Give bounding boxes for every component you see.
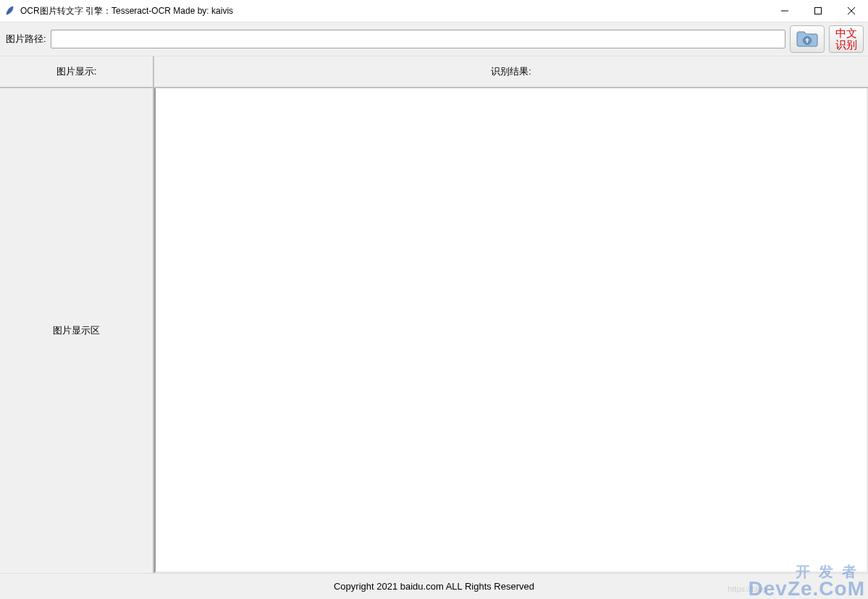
svg-rect-1	[815, 8, 822, 14]
main-area: 图片显示: 图片显示区 识别结果:	[0, 56, 868, 573]
image-display-area: 图片显示区	[0, 88, 153, 573]
open-image-button[interactable]	[790, 25, 825, 53]
result-panel: 识别结果:	[154, 56, 868, 573]
close-button[interactable]	[835, 0, 868, 22]
result-text-area[interactable]	[154, 88, 868, 573]
maximize-button[interactable]	[801, 0, 835, 22]
result-header: 识别结果:	[154, 56, 868, 88]
image-display-panel: 图片显示: 图片显示区	[0, 56, 154, 573]
titlebar: OCR图片转文字 引擎：Tesseract-OCR Made by: kaivi…	[0, 0, 868, 22]
image-display-header: 图片显示:	[0, 56, 153, 88]
copyright-text: Copyright 2021 baidu.com ALL Rights Rese…	[334, 581, 534, 592]
toolbar: 图片路径: 中文 识别	[0, 22, 868, 56]
recognize-button[interactable]: 中文 识别	[829, 25, 864, 53]
app-feather-icon	[4, 5, 16, 17]
image-placeholder-text: 图片显示区	[53, 324, 100, 337]
window-controls	[768, 0, 868, 22]
image-path-input[interactable]	[51, 30, 785, 48]
folder-upload-icon	[796, 28, 819, 51]
window-title: OCR图片转文字 引擎：Tesseract-OCR Made by: kaivi…	[20, 5, 233, 17]
footer: Copyright 2021 baidu.com ALL Rights Rese…	[0, 573, 868, 599]
minimize-button[interactable]	[768, 0, 801, 22]
path-label: 图片路径:	[6, 33, 46, 46]
